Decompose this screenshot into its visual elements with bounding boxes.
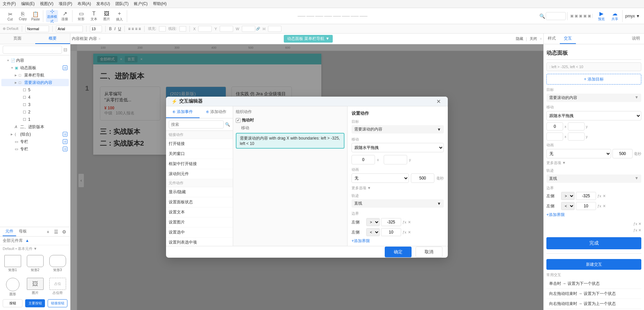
- h-input[interactable]: [268, 26, 281, 32]
- rp-del2[interactable]: ✕: [603, 204, 606, 208]
- menu-layout[interactable]: 布局(A): [77, 1, 91, 7]
- action-set-selected[interactable]: 设置选中: [166, 227, 233, 238]
- tree-item-scroll-content[interactable]: ▶ □ 需要滚动的内容: [1, 79, 69, 86]
- tree-item-4[interactable]: ☐ 4: [1, 94, 69, 101]
- user-label[interactable]: pmyx ▼: [625, 14, 640, 18]
- fx-icon-1[interactable]: ƒx: [402, 220, 407, 224]
- bound-val2-input[interactable]: [381, 228, 401, 236]
- common-item-1[interactable]: 单击时 → 设置为下一个状态: [546, 279, 641, 289]
- more-options-rp[interactable]: 更多选项 ▼: [546, 160, 641, 165]
- tree-item-dynamic-panel[interactable]: ▼ ▣ 动态面板 ⊡: [1, 64, 69, 71]
- cut-button[interactable]: ✂ Cut: [4, 10, 16, 22]
- rp-op2-select[interactable]: <: [561, 202, 575, 210]
- connect-button[interactable]: ↗ 连接: [59, 10, 71, 22]
- follow-select[interactable]: 跟随水平拖拽: [352, 143, 444, 152]
- confirm-button[interactable]: 确定: [385, 247, 412, 257]
- interaction-edit-row[interactable]: : left > -325, left < 10: [546, 62, 641, 71]
- menu-account[interactable]: 账户(C): [134, 1, 148, 7]
- animation-select[interactable]: 无: [352, 173, 409, 183]
- close-button[interactable]: 关闭: [530, 36, 537, 41]
- del-icon-2[interactable]: ✕: [408, 230, 411, 235]
- tab-outline[interactable]: 概要: [35, 34, 70, 44]
- tree-item-2[interactable]: ☐ 2: [1, 108, 69, 116]
- tree-item-menu-nav[interactable]: ▶ □ 菜单栏导航: [1, 71, 69, 79]
- fx-row2-icon[interactable]: ƒx ✕: [633, 228, 641, 232]
- menu-view[interactable]: 视图(V): [40, 1, 53, 7]
- component-rect2[interactable]: 矩形2: [25, 254, 45, 274]
- rp-del1[interactable]: ✕: [603, 194, 606, 198]
- event-checkbox[interactable]: ✓: [236, 118, 240, 123]
- tree-item-group[interactable]: ▶ ( (组合) ⊡: [1, 131, 69, 138]
- cancel-button[interactable]: 取消: [416, 247, 442, 257]
- rp-val1-input[interactable]: [576, 192, 596, 200]
- y-input[interactable]: [220, 26, 233, 32]
- outline-search-input[interactable]: [3, 46, 62, 54]
- add-component-button[interactable]: +: [45, 228, 51, 235]
- preview-button[interactable]: ▶ 预览: [595, 10, 607, 22]
- op2-select[interactable]: <: [366, 228, 380, 236]
- tree-item-5[interactable]: ☐ 5: [1, 86, 69, 94]
- modal-search-input[interactable]: [169, 120, 224, 128]
- y-input-rp[interactable]: [568, 122, 585, 131]
- tree-item-col2[interactable]: ▭ 专栏 ⊡: [1, 145, 69, 153]
- follow-select-rp[interactable]: 跟随水平拖拽: [546, 111, 641, 120]
- rp-op1-select[interactable]: >: [561, 192, 575, 200]
- menu-team[interactable]: 团队(T): [115, 1, 128, 7]
- hide-button[interactable]: 隐藏: [516, 36, 523, 41]
- y2-input-rp[interactable]: [568, 133, 585, 141]
- tab-description[interactable]: 说明: [628, 34, 644, 44]
- fill-color-swatch[interactable]: [159, 26, 166, 32]
- rect-button[interactable]: ▭ 矩形: [75, 10, 87, 22]
- done-button[interactable]: 完成: [546, 237, 641, 249]
- link-button-preview[interactable]: 链接按钮: [48, 299, 67, 307]
- modal-tab-add-event[interactable]: ⊕ 添加事件: [166, 106, 200, 118]
- action-set-list-selected[interactable]: 设置列表选中项: [166, 238, 233, 246]
- common-item-3[interactable]: 向右拖动结束时 → 设置为上一个状态: [546, 299, 641, 309]
- common-item-2[interactable]: 向左拖动结束时 → 设置为下一个状态: [546, 289, 641, 299]
- component-rect3[interactable]: 矩形3: [48, 254, 67, 274]
- paragraph-style-input[interactable]: [25, 25, 49, 32]
- action-show-hide[interactable]: 显示/隐藏: [166, 187, 233, 197]
- component-placeholder[interactable]: 占位 占位符: [48, 276, 67, 298]
- tab-style[interactable]: 样式: [544, 34, 560, 44]
- fx-row1-icon[interactable]: ƒx ✕: [633, 222, 641, 226]
- component-menu-button[interactable]: ☰: [53, 228, 59, 235]
- bold-button[interactable]: B: [109, 27, 112, 31]
- italic-button[interactable]: I: [114, 27, 115, 31]
- action-close-window[interactable]: 关闭窗口: [166, 149, 233, 159]
- x-input[interactable]: [198, 26, 212, 32]
- del-icon-1[interactable]: ✕: [408, 220, 411, 224]
- modal-tab-add-action[interactable]: ⊕ 添加动作: [200, 106, 233, 118]
- tab-widgets[interactable]: 元件: [3, 227, 16, 236]
- y-coord-input[interactable]: [384, 155, 407, 164]
- menu-project[interactable]: 项目(P): [59, 1, 72, 7]
- menu-file[interactable]: 文件(F): [3, 1, 16, 7]
- menu-help[interactable]: 帮助(H): [153, 1, 167, 7]
- x-coord-input[interactable]: [352, 155, 375, 164]
- event-item-selected[interactable]: 需要滚动的内容 with drag X with boundaries: lef…: [236, 133, 344, 149]
- component-settings-button[interactable]: ⚙: [61, 228, 67, 235]
- tree-item-content[interactable]: ▼ 📄 内容: [1, 57, 69, 64]
- tree-item-3[interactable]: ☐ 3: [1, 101, 69, 108]
- tab-masters[interactable]: 母板: [16, 227, 30, 236]
- action-set-image[interactable]: 设置图片: [166, 217, 233, 227]
- rp-val2-input[interactable]: [576, 202, 596, 210]
- component-rect1[interactable]: 矩形1: [3, 254, 22, 274]
- tree-item-col1[interactable]: ▭ 专栏 ⊡: [1, 138, 69, 145]
- new-interaction-button[interactable]: 新建交互: [546, 259, 641, 270]
- menu-edit[interactable]: 编辑(E): [21, 1, 35, 7]
- component-image[interactable]: 🖼 图片: [25, 276, 45, 298]
- track-dropdown-icon[interactable]: ▼: [437, 201, 441, 206]
- add-boundary-button[interactable]: +添加界限: [352, 238, 444, 244]
- line-color-swatch[interactable]: [179, 26, 186, 32]
- component-circle[interactable]: 圆形: [3, 276, 22, 298]
- track-arrow[interactable]: ▼: [635, 176, 639, 180]
- filter-icon[interactable]: ⊟: [63, 47, 67, 52]
- bound-val1-input[interactable]: [381, 218, 401, 226]
- font-family-input[interactable]: [56, 25, 83, 32]
- animation-select-rp[interactable]: 无: [546, 149, 611, 158]
- menu-publish[interactable]: 发布(U): [96, 1, 110, 7]
- text-button[interactable]: T 文本: [88, 10, 100, 22]
- tab-pages[interactable]: 页面: [0, 34, 35, 44]
- action-set-text[interactable]: 设置文本: [166, 207, 233, 217]
